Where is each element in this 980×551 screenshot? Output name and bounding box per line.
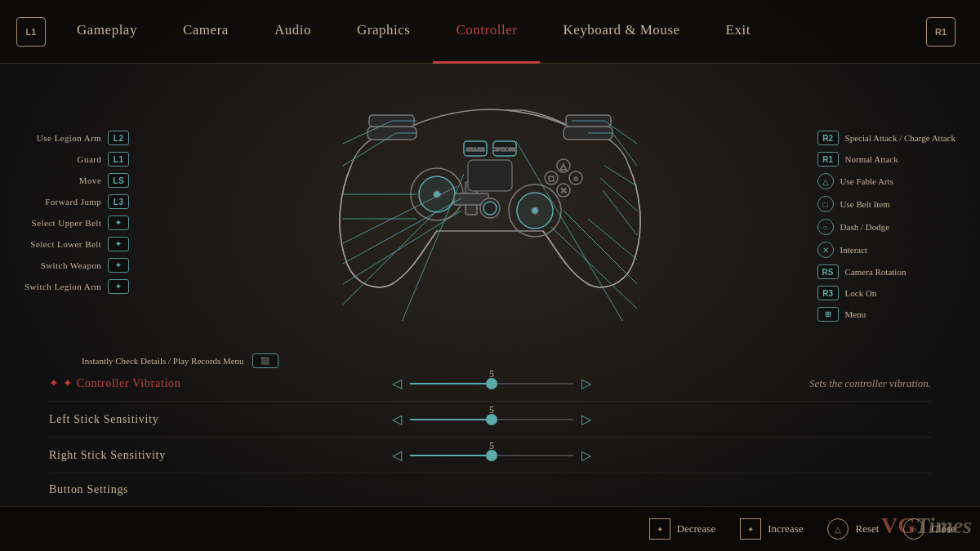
label-lock-on: R3 Lock On (817, 286, 956, 300)
svg-text:□: □ (549, 174, 554, 183)
badge-switch-legion: ✦ (108, 279, 129, 294)
svg-line-34 (588, 219, 637, 260)
action-reset[interactable]: △ Reset (827, 518, 879, 540)
label-forward-jump: Forward Jump L3 (24, 194, 129, 209)
svg-point-5 (532, 207, 538, 214)
nav-item-gameplay[interactable]: Gameplay (54, 0, 160, 64)
page-wrapper: L1 Gameplay Camera Audio Graphics Contro… (0, 0, 980, 551)
right-stick-right-arrow[interactable]: ▷ (581, 447, 591, 463)
action-increase[interactable]: ✦ Increase (740, 518, 803, 540)
decrease-icon: ✦ (649, 518, 670, 540)
label-camera-rotation: RS Camera Rotation (817, 264, 956, 279)
svg-text:SHARE: SHARE (466, 146, 485, 153)
badge-l3: L3 (108, 194, 129, 209)
label-special-attack: R2 Special Attack / Charge Attack (817, 131, 956, 145)
label-interact: ✕ Interact (817, 242, 956, 258)
nav-item-exit[interactable]: Exit (703, 0, 773, 64)
label-select-upper-belt: Select Upper Belt ✦ (24, 216, 129, 230)
badge-square: □ (817, 196, 834, 212)
bottom-bar: ✦ Decrease ✦ Increase △ Reset ○ Close (0, 506, 980, 551)
label-use-legion-arm: Use Legion Arm L2 (24, 131, 129, 145)
increase-icon: ✦ (740, 518, 761, 540)
svg-line-29 (612, 133, 637, 166)
svg-line-44 (343, 186, 457, 243)
setting-label-left-stick: Left Stick Sensitivity (49, 413, 229, 426)
button-settings-label: Button Settings (49, 483, 128, 496)
svg-text:✕: ✕ (560, 186, 567, 195)
svg-text:○: ○ (573, 174, 578, 183)
slider-right-arrow[interactable]: ▷ (581, 375, 591, 391)
reset-icon: △ (827, 518, 849, 540)
label-select-lower-belt: Select Lower Belt ✦ (24, 237, 129, 251)
right-labels: R2 Special Attack / Charge Attack R1 Nor… (817, 131, 956, 322)
badge-cross: ✕ (817, 242, 834, 258)
setting-row-right-stick: Right Stick Sensitivity ◁ 5 ▷ (49, 438, 931, 473)
setting-row-vibration: ✦ Controller Vibration ◁ 5 ▷ Sets the co… (49, 366, 931, 402)
badge-l1: L1 (108, 152, 129, 167)
label-use-fable-arts: △ Use Fable Arts (817, 173, 956, 189)
watermark: VGVGTimesTimes (881, 513, 972, 539)
setting-label-right-stick: Right Stick Sensitivity (49, 449, 229, 462)
badge-upper-belt: ✦ (108, 216, 129, 230)
action-decrease[interactable]: ✦ Decrease (649, 518, 716, 540)
slider-track-right-stick[interactable]: 5 (410, 455, 573, 456)
svg-line-47 (343, 211, 437, 304)
nav-bar: L1 Gameplay Camera Audio Graphics Contro… (0, 0, 980, 64)
badge-options: ⊞ (817, 307, 839, 322)
badge-r1: R1 (817, 152, 839, 167)
left-stick-right-arrow[interactable]: ▷ (581, 411, 591, 427)
slider-right-stick[interactable]: ◁ 5 ▷ (392, 447, 591, 463)
r1-trigger[interactable]: R1 (926, 17, 956, 47)
nav-item-controller[interactable]: Controller (433, 0, 540, 64)
slider-left-stick[interactable]: ◁ 5 ▷ (392, 411, 591, 427)
badge-switch-weapon: ✦ (108, 258, 129, 273)
controller-diagram: △ □ ○ ✕ SHARE OPTIONS (310, 68, 670, 321)
svg-line-33 (603, 190, 637, 235)
setting-row-left-stick: Left Stick Sensitivity ◁ 5 ▷ (49, 402, 931, 438)
badge-circle: ○ (817, 219, 834, 235)
label-move: Move LS (24, 173, 129, 188)
left-stick-left-arrow[interactable]: ◁ (392, 411, 402, 427)
nav-item-camera[interactable]: Camera (160, 0, 252, 64)
l1-trigger[interactable]: L1 (16, 17, 46, 47)
slider-left-arrow[interactable]: ◁ (392, 375, 402, 391)
label-switch-legion-arm: Switch Legion Arm ✦ (24, 279, 129, 294)
label-menu: ⊞ Menu (817, 307, 956, 322)
button-settings-row: Button Settings (49, 473, 931, 506)
badge-l2: L2 (108, 131, 129, 145)
svg-rect-24 (468, 160, 512, 191)
nav-item-keyboard-mouse[interactable]: Keyboard & Mouse (540, 0, 702, 64)
slider-track-left-stick[interactable]: 5 (410, 419, 573, 420)
svg-line-36 (551, 227, 637, 309)
nav-items: Gameplay Camera Audio Graphics Controlle… (54, 0, 926, 64)
settings-section: ✦ Controller Vibration ◁ 5 ▷ Sets the co… (0, 366, 980, 506)
main-content: △ □ ○ ✕ SHARE OPTIONS (0, 64, 980, 551)
right-stick-left-arrow[interactable]: ◁ (392, 447, 402, 463)
badge-r3: R3 (817, 286, 839, 300)
badge-ls: LS (108, 173, 129, 188)
vibration-hint: Sets the controller vibration. (809, 377, 931, 390)
svg-text:OPTIONS: OPTIONS (492, 146, 517, 153)
nav-item-audio[interactable]: Audio (252, 0, 334, 64)
label-normal-attack: R1 Normal Attack (817, 152, 956, 167)
badge-r2: R2 (817, 131, 839, 145)
label-switch-weapon: Switch Weapon ✦ (24, 258, 129, 273)
badge-triangle: △ (817, 173, 834, 189)
setting-label-vibration: ✦ Controller Vibration (49, 376, 229, 390)
slider-track-vibration[interactable]: 5 (410, 383, 573, 384)
slider-vibration[interactable]: ◁ 5 ▷ (392, 375, 591, 391)
badge-rs: RS (817, 264, 839, 279)
nav-item-graphics[interactable]: Graphics (334, 0, 433, 64)
svg-line-31 (604, 166, 637, 186)
badge-lower-belt: ✦ (108, 237, 129, 251)
label-guard: Guard L1 (24, 152, 129, 167)
label-use-belt-item: □ Use Belt Item (817, 196, 956, 212)
label-dash-dodge: ○ Dash / Dodge (817, 219, 956, 235)
left-labels: Use Legion Arm L2 Guard L1 Move LS Forwa… (24, 131, 129, 294)
svg-text:△: △ (560, 162, 567, 171)
